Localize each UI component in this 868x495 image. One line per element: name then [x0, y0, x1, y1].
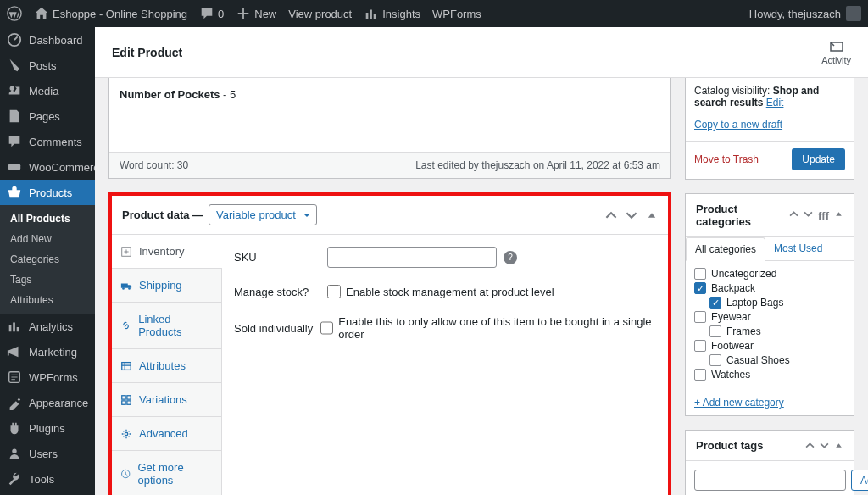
admin-sidemenu: Dashboard Posts Media Pages Comments Woo… [0, 27, 95, 495]
help-icon[interactable]: ? [504, 251, 517, 264]
menu-plugins[interactable]: Plugins [0, 415, 95, 441]
chevron-down-icon[interactable] [820, 441, 829, 450]
add-category-link[interactable]: + Add new category [686, 390, 854, 415]
category-item[interactable]: Watches [694, 369, 845, 381]
caret-up-icon[interactable] [834, 441, 843, 450]
soldind-label: Sold individually [234, 322, 320, 335]
svg-point-9 [128, 287, 131, 290]
category-checkbox[interactable] [709, 297, 721, 309]
tab-getmore[interactable]: Get more options [112, 451, 221, 495]
menu-tools[interactable]: Tools [0, 466, 95, 492]
cattab-all[interactable]: All categories [686, 237, 765, 261]
insights-link[interactable]: Insights [364, 6, 420, 21]
activity-button[interactable]: Activity [821, 40, 851, 65]
menu-media[interactable]: Media [0, 78, 95, 103]
avatar[interactable] [846, 6, 861, 21]
svg-rect-11 [122, 395, 125, 398]
chevron-up-icon[interactable] [789, 209, 798, 219]
tags-input[interactable] [694, 470, 846, 491]
menu-users[interactable]: Users [0, 441, 95, 466]
menu-analytics[interactable]: Analytics [0, 314, 95, 339]
menu-comments[interactable]: Comments [0, 129, 95, 154]
tab-advanced[interactable]: Advanced [112, 417, 221, 451]
svg-rect-10 [122, 362, 131, 370]
comments-link[interactable]: 0 [199, 6, 224, 21]
tab-shipping[interactable]: Shipping [112, 269, 221, 303]
category-item[interactable]: Backpack [694, 282, 845, 294]
tags-panel: Product tags Add Separate tags with comm [685, 430, 854, 495]
admin-toolbar: Eshoppe - Online Shopping 0 New View pro… [0, 0, 868, 27]
caret-up-icon[interactable] [834, 209, 843, 219]
new-link[interactable]: New [236, 6, 276, 21]
cattab-mostused[interactable]: Most Used [765, 237, 831, 260]
svg-rect-13 [122, 400, 125, 403]
menu-woocommerce[interactable]: WooCommerce [0, 154, 95, 180]
submenu-all-products[interactable]: All Products [0, 209, 95, 229]
category-checkbox[interactable] [694, 282, 706, 294]
menu-products[interactable]: Products [0, 180, 95, 205]
category-item[interactable]: Uncategorized [694, 268, 845, 280]
category-checkbox[interactable] [694, 340, 706, 352]
product-data-tabs: Inventory Shipping Linked Products Attri… [112, 235, 222, 495]
tab-linked[interactable]: Linked Products [112, 303, 221, 349]
managestock-checkbox[interactable] [327, 285, 341, 298]
product-type-select[interactable]: Variable product [209, 204, 317, 225]
category-item[interactable]: Eyewear [694, 311, 845, 323]
chevron-up-icon[interactable] [805, 441, 815, 450]
category-list: UncategorizedBackpackLaptop BagsEyewearF… [686, 261, 854, 390]
category-item[interactable]: Frames [694, 325, 845, 337]
tags-add-button[interactable]: Add [851, 470, 868, 491]
chevron-down-icon[interactable] [626, 209, 637, 221]
category-item[interactable]: Laptop Bags [694, 297, 845, 309]
wpforms-link[interactable]: WPForms [432, 8, 481, 20]
submenu-tags[interactable]: Tags [0, 270, 95, 290]
view-product-link[interactable]: View product [288, 8, 352, 20]
catvis-edit-link[interactable]: Edit [766, 97, 784, 108]
move-trash-link[interactable]: Move to Trash [694, 153, 759, 165]
categories-panel: Product categories fff All categories Mo… [685, 193, 854, 416]
copy-draft-link[interactable]: Copy to a new draft [694, 119, 845, 131]
category-item[interactable]: Footwear [694, 340, 845, 352]
category-checkbox[interactable] [709, 325, 721, 337]
submenu-add-new[interactable]: Add New [0, 229, 95, 249]
category-item[interactable]: Casual Shoes [694, 354, 845, 366]
menu-wpforms[interactable]: WPForms [0, 364, 95, 390]
svg-rect-12 [127, 395, 131, 398]
tab-variations[interactable]: Variations [112, 383, 221, 417]
svg-rect-3 [8, 164, 20, 170]
menu-posts[interactable]: Posts [0, 53, 95, 78]
category-checkbox[interactable] [694, 268, 706, 280]
menu-pages[interactable]: Pages [0, 103, 95, 129]
menu-settings[interactable]: Settings [0, 492, 95, 495]
soldind-checkbox[interactable] [320, 321, 333, 335]
last-edited: Last edited by thejuszach on April 11, 2… [415, 159, 660, 171]
site-name-link[interactable]: Eshoppe - Online Shopping [34, 6, 187, 21]
menu-dashboard[interactable]: Dashboard [0, 27, 95, 53]
category-checkbox[interactable] [694, 311, 706, 323]
category-checkbox[interactable] [709, 354, 721, 366]
menu-appearance[interactable]: Appearance [0, 390, 95, 415]
pockets-label: Number of Pockets [120, 88, 220, 101]
chevron-up-icon[interactable] [605, 209, 617, 221]
tab-attributes[interactable]: Attributes [112, 349, 221, 383]
sku-input[interactable] [327, 247, 497, 268]
menu-marketing[interactable]: Marketing [0, 339, 95, 364]
chevron-down-icon[interactable] [804, 209, 813, 219]
update-button[interactable]: Update [792, 148, 845, 170]
publish-panel: Catalog visibility: Shop and search resu… [685, 78, 854, 180]
title-bar: Edit Product Activity [95, 27, 868, 78]
svg-rect-14 [127, 400, 131, 403]
caret-up-icon[interactable] [646, 209, 658, 221]
page-title: Edit Product [112, 46, 182, 59]
howdy-text[interactable]: Howdy, thejuszach [749, 8, 841, 20]
submenu-categories[interactable]: Categories [0, 249, 95, 270]
svg-point-8 [122, 287, 125, 290]
wordpress-icon[interactable] [7, 6, 22, 21]
products-submenu: All Products Add New Categories Tags Att… [0, 205, 95, 314]
content-top-box: Number of Pockets - 5 Word count: 30 Las… [108, 78, 671, 179]
managestock-label: Manage stock? [234, 286, 327, 298]
tab-inventory[interactable]: Inventory [112, 235, 222, 269]
sku-label: SKU [234, 251, 327, 264]
submenu-attributes[interactable]: Attributes [0, 290, 95, 310]
category-checkbox[interactable] [694, 369, 706, 381]
